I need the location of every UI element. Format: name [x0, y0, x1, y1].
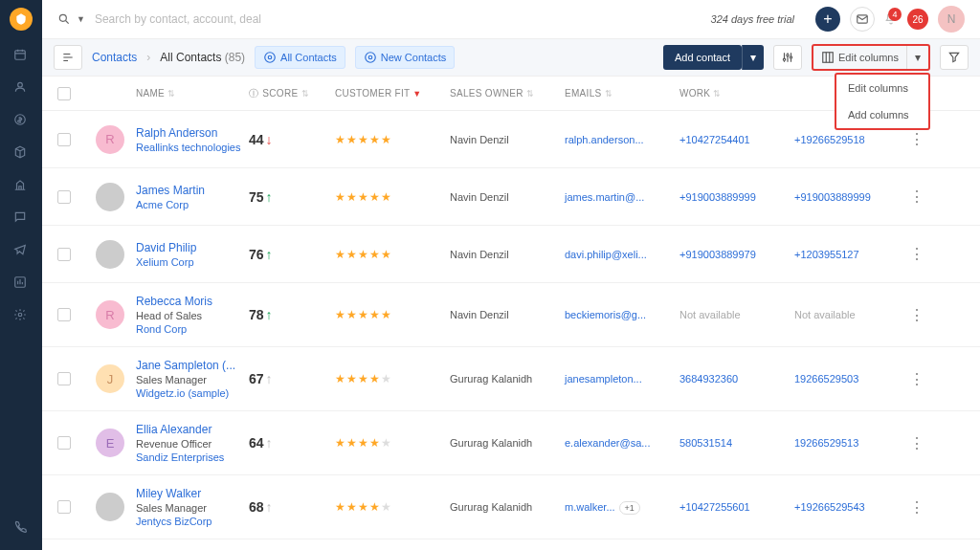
- filter-all-contacts[interactable]: All Contacts: [255, 46, 345, 69]
- search-input[interactable]: [95, 12, 702, 26]
- work-phone[interactable]: 3684932360: [679, 373, 738, 385]
- dropdown-edit-columns[interactable]: Edit columns: [836, 75, 928, 101]
- contact-name-link[interactable]: James Martin: [136, 184, 205, 197]
- accounts-icon[interactable]: [13, 178, 29, 193]
- sales-owner: Gururag Kalanidh: [450, 437, 532, 449]
- company-link[interactable]: Jentycs BizCorp: [136, 516, 212, 527]
- email-link[interactable]: janesampleton...: [565, 373, 642, 385]
- customer-fit-stars: ★★★★★: [335, 133, 392, 146]
- mobile-phone[interactable]: +919003889999: [794, 191, 871, 203]
- conversations-icon[interactable]: [13, 210, 29, 226]
- contact-avatar[interactable]: J: [96, 364, 124, 393]
- contact-name-link[interactable]: Ellia Alexander: [136, 423, 224, 436]
- company-link[interactable]: Rond Corp: [136, 323, 212, 335]
- calendar-icon[interactable]: [13, 48, 29, 63]
- row-checkbox[interactable]: [57, 133, 71, 146]
- toolbar: Contacts › All Contacts (85) All Contact…: [42, 38, 980, 77]
- row-checkbox[interactable]: [57, 500, 71, 514]
- score-value: 64↑: [249, 435, 273, 451]
- deals-icon[interactable]: [13, 113, 29, 128]
- customer-fit-stars: ★★★★★: [335, 436, 392, 450]
- contact-avatar[interactable]: R: [96, 125, 124, 154]
- app-logo[interactable]: [10, 8, 33, 31]
- edit-columns-button[interactable]: Edit columns ▾: [812, 44, 930, 71]
- row-actions-icon[interactable]: ⋮: [909, 307, 924, 323]
- sales-owner: Navin Denzil: [450, 191, 509, 203]
- contact-avatar[interactable]: [96, 183, 124, 211]
- add-button[interactable]: +: [815, 7, 840, 32]
- contact-name-link[interactable]: Rebecca Moris: [136, 295, 212, 308]
- mobile-phone[interactable]: 19266529503: [794, 373, 858, 385]
- work-phone[interactable]: 580531514: [679, 437, 732, 449]
- company-link[interactable]: Widgetz.io (sample): [136, 387, 235, 399]
- company-link[interactable]: Acme Corp: [136, 199, 205, 210]
- phone-icon[interactable]: [13, 519, 29, 535]
- mail-icon[interactable]: [850, 7, 875, 32]
- mobile-phone[interactable]: +19266529518: [794, 134, 865, 145]
- sales-owner: Gururag Kalanidh: [450, 501, 532, 513]
- contact-avatar[interactable]: [96, 493, 124, 521]
- filter-icon[interactable]: [940, 45, 969, 70]
- contact-name-link[interactable]: Jane Sampleton (...: [136, 359, 235, 372]
- row-actions-icon[interactable]: ⋮: [909, 188, 924, 205]
- work-phone[interactable]: +10427255601: [679, 501, 750, 513]
- email-link[interactable]: davi.philip@xeli...: [565, 249, 647, 260]
- filter-new-contacts[interactable]: New Contacts: [355, 46, 455, 69]
- products-icon[interactable]: [13, 145, 29, 161]
- mobile-phone[interactable]: +1203955127: [794, 249, 859, 260]
- contact-avatar[interactable]: R: [96, 300, 124, 329]
- reports-icon[interactable]: [13, 275, 29, 291]
- alerts-badge[interactable]: 26: [907, 9, 928, 30]
- mobile-phone[interactable]: +19266529543: [794, 501, 865, 513]
- work-phone[interactable]: +919003889999: [679, 191, 756, 203]
- row-checkbox[interactable]: [57, 436, 71, 450]
- notifications-icon[interactable]: 4: [884, 11, 898, 28]
- mobile-phone[interactable]: 19266529513: [794, 437, 858, 449]
- add-contact-button[interactable]: Add contact: [663, 45, 742, 70]
- email-link[interactable]: beckiemoris@g...: [565, 309, 646, 320]
- score-value: 67↑: [249, 371, 273, 386]
- row-actions-icon[interactable]: ⋮: [909, 371, 924, 387]
- email-link[interactable]: e.alexander@sa...: [565, 437, 650, 449]
- row-checkbox[interactable]: [57, 248, 71, 261]
- row-actions-icon[interactable]: ⋮: [909, 246, 924, 262]
- email-link[interactable]: ralph.anderson...: [565, 134, 644, 145]
- sales-owner: Navin Denzil: [450, 309, 509, 320]
- row-checkbox[interactable]: [57, 372, 71, 385]
- contacts-icon[interactable]: [13, 80, 29, 96]
- email-link[interactable]: james.martin@...: [565, 191, 644, 203]
- email-link[interactable]: m.walker...: [565, 501, 615, 513]
- sales-owner: Navin Denzil: [450, 134, 509, 145]
- svg-point-12: [787, 55, 789, 56]
- user-avatar[interactable]: N: [938, 6, 965, 33]
- row-checkbox[interactable]: [57, 190, 71, 204]
- select-all-checkbox[interactable]: [57, 87, 71, 100]
- svg-point-4: [18, 313, 22, 317]
- campaigns-icon[interactable]: [13, 243, 29, 258]
- edit-columns-caret[interactable]: ▾: [906, 46, 928, 69]
- contact-name-link[interactable]: Ralph Anderson: [136, 126, 240, 140]
- row-checkbox[interactable]: [57, 308, 71, 321]
- adjust-icon[interactable]: [773, 45, 802, 70]
- customer-fit-stars: ★★★★★: [335, 500, 392, 514]
- contact-avatar[interactable]: [96, 240, 124, 269]
- company-link[interactable]: Reallinks technologies: [136, 142, 240, 153]
- contact-name-link[interactable]: Miley Walker: [136, 487, 212, 500]
- row-actions-icon[interactable]: ⋮: [909, 435, 924, 451]
- work-phone[interactable]: +919003889979: [679, 249, 756, 260]
- search-trigger[interactable]: ▼: [57, 12, 85, 26]
- view-toggle[interactable]: [54, 45, 82, 70]
- work-phone[interactable]: +10427254401: [679, 134, 750, 145]
- breadcrumb-root[interactable]: Contacts: [92, 51, 137, 64]
- settings-icon[interactable]: [13, 308, 29, 323]
- contact-name-link[interactable]: David Philip: [136, 241, 196, 254]
- company-link[interactable]: Xelium Corp: [136, 256, 196, 268]
- row-actions-icon[interactable]: ⋮: [909, 499, 924, 516]
- contact-avatar[interactable]: E: [96, 429, 124, 457]
- add-contact-caret[interactable]: ▾: [742, 45, 764, 70]
- dropdown-add-columns[interactable]: Add columns: [836, 101, 928, 128]
- score-value: 44↓: [249, 132, 273, 147]
- svg-point-9: [368, 55, 372, 59]
- company-link[interactable]: Sandiz Enterprises: [136, 451, 224, 463]
- row-actions-icon[interactable]: ⋮: [909, 131, 924, 147]
